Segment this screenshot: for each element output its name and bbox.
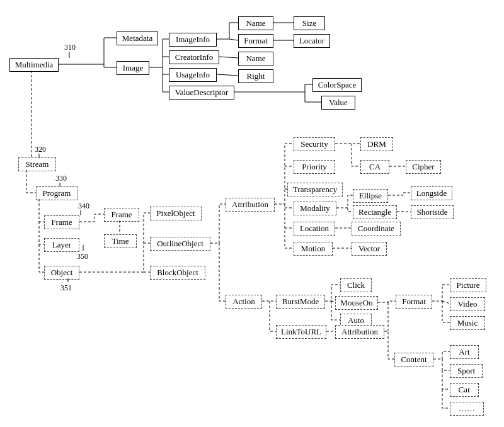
label: Music [457, 318, 478, 328]
label: Metadata [122, 33, 152, 43]
node-layer: Layer [44, 238, 79, 252]
node-stream: Stream [18, 157, 56, 171]
node-linktourl: LinkToURL [276, 325, 326, 339]
label: Auto [348, 316, 364, 326]
node-image: Image [117, 61, 149, 75]
node-attribution2: Attribution [335, 325, 384, 339]
label: Right [247, 71, 265, 81]
label: Action [232, 297, 255, 307]
node-multimedia: Multimedia [9, 58, 59, 72]
label: Locator [299, 36, 324, 46]
node-attribution: Attribution [226, 198, 275, 212]
label: Vector [358, 244, 380, 254]
label: Multimedia [15, 60, 54, 70]
node-locator: Locator [294, 34, 330, 48]
diagram-canvas: Multimedia Metadata Image ImageInfo Crea… [0, 0, 504, 427]
node-value: Value [321, 96, 355, 110]
node-right: Right [238, 69, 273, 83]
ref-320: 320 [35, 145, 46, 154]
node-priority: Priority [294, 160, 335, 174]
label: Time [112, 236, 129, 246]
node-security: Security [294, 137, 335, 151]
node-size: Size [294, 16, 325, 30]
node-valuedescriptor: ValueDescriptor [169, 86, 234, 100]
label: Motion [301, 244, 325, 254]
node-longside: Longside [411, 186, 452, 200]
label: ImageInfo [176, 35, 210, 45]
label: Modality [300, 203, 330, 214]
label: Attribution [232, 200, 268, 210]
label: ValueDescriptor [175, 88, 228, 98]
node-imageinfo: ImageInfo [169, 33, 217, 47]
label: BlockObject [157, 268, 198, 278]
node-vector: Vector [352, 242, 387, 256]
label: LinkToURL [281, 327, 321, 337]
node-click: Click [340, 278, 372, 292]
label: Ellipse [359, 191, 382, 201]
node-ca: CA [360, 160, 389, 174]
label: BurstMode [282, 297, 319, 307]
label: Car [459, 385, 471, 395]
label: Shortside [416, 207, 447, 217]
node-colorspace: ColorSpace [312, 78, 362, 92]
node-location: Location [294, 222, 335, 236]
node-shortside: Shortside [411, 205, 454, 219]
node-car: Car [450, 383, 479, 397]
ref-351: 351 [60, 283, 72, 293]
node-video: Video [450, 297, 485, 311]
label: Rectangle [358, 207, 391, 217]
node-action: Action [226, 295, 262, 309]
node-drm: DRM [360, 137, 393, 151]
label: Stream [26, 159, 49, 169]
node-format2: Format [396, 295, 432, 309]
label: Frame [51, 217, 72, 227]
node-program: Program [36, 186, 77, 200]
node-rectangle: Rectangle [353, 205, 397, 219]
ref-330: 330 [55, 174, 67, 183]
node-blockobject: BlockObject [150, 266, 205, 280]
label: Format [402, 297, 426, 307]
node-ellipse: Ellipse [353, 189, 388, 203]
label: MouseOn [340, 298, 372, 308]
node-music: Music [450, 316, 485, 330]
node-outlineobject: OutlineObject [150, 237, 210, 251]
node-modality: Modality [294, 202, 336, 215]
label: PixelObject [156, 208, 195, 219]
label: DRM [367, 139, 386, 149]
label: …… [459, 404, 475, 414]
node-creatorinfo: CreatorInfo [169, 50, 219, 64]
node-cipher: Cipher [406, 160, 441, 174]
label: Coordinate [358, 224, 394, 234]
label: Size [302, 18, 316, 28]
node-more: …… [450, 402, 484, 416]
label: Name [246, 54, 265, 64]
node-content: Content [394, 353, 433, 367]
label: Cipher [412, 162, 434, 172]
label: Location [300, 224, 329, 234]
ref-340: 340 [78, 202, 89, 211]
node-name2: Name [238, 52, 273, 65]
node-transparency: Transparency [287, 183, 343, 196]
node-sport: Sport [450, 364, 483, 378]
ref-310: 310 [64, 43, 76, 52]
label: Attribution [341, 327, 378, 337]
node-frame1: Frame [44, 215, 79, 229]
node-pixelobject: PixelObject [150, 207, 202, 220]
label: Object [51, 268, 73, 278]
node-object: Object [44, 266, 79, 280]
node-burstmode: BurstMode [276, 295, 325, 309]
node-picture: Picture [450, 278, 486, 292]
label: CreatorInfo [175, 52, 214, 62]
label: Sport [457, 366, 475, 376]
node-usageinfo: UsageInfo [169, 68, 217, 82]
label: Transparency [293, 185, 337, 195]
node-mouseon: MouseOn [335, 296, 378, 310]
ref-350: 350 [77, 252, 88, 261]
label: Video [458, 299, 478, 309]
node-name1: Name [238, 16, 273, 30]
label: Frame [111, 210, 132, 220]
node-metadata: Metadata [117, 31, 158, 45]
node-time: Time [104, 234, 137, 248]
label: Picture [457, 280, 480, 290]
node-frame2: Frame [104, 208, 139, 222]
